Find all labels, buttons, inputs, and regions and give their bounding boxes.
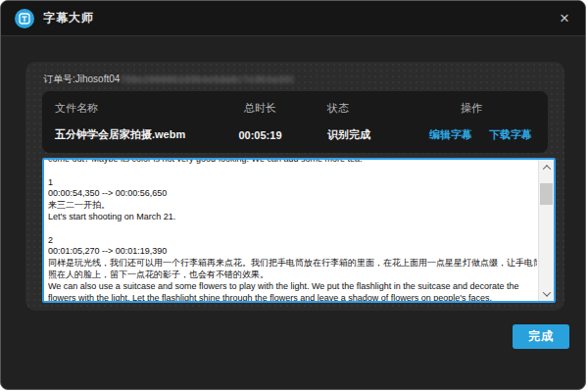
order-number-label: 订单号:Jihosoft04 bbox=[43, 73, 120, 86]
table-row: 五分钟学会居家拍摄.webm 00:05:19 识别完成 编辑字幕 下载字幕 bbox=[42, 116, 548, 142]
chevron-down-icon[interactable] bbox=[539, 286, 554, 301]
title-bar: 字幕大师 × bbox=[1, 1, 585, 36]
subtitle-editor[interactable]: come out? Maybe its color is not very go… bbox=[42, 158, 556, 303]
close-icon[interactable]: × bbox=[558, 10, 571, 26]
editor-scrollbar[interactable] bbox=[538, 160, 554, 301]
order-number-line: 订单号:Jihosoft04 f39e29988b2d3b4e5da8c7e3b… bbox=[43, 73, 293, 86]
subtitle-text[interactable]: come out? Maybe its color is not very go… bbox=[48, 158, 537, 303]
header-filename: 文件名称 bbox=[42, 101, 199, 116]
window-title: 字幕大师 bbox=[43, 10, 94, 26]
done-button[interactable]: 完成 bbox=[513, 324, 569, 349]
order-panel: 订单号:Jihosoft04 f39e29988b2d3b4e5da8c7e3b… bbox=[25, 62, 564, 311]
file-name: 五分钟学会居家拍摄.webm bbox=[42, 127, 199, 142]
table-header-row: 文件名称 总时长 状态 操作 bbox=[42, 91, 548, 116]
download-subtitle-link[interactable]: 下载字幕 bbox=[489, 127, 532, 142]
chevron-up-icon[interactable] bbox=[539, 160, 554, 174]
row-actions: 编辑字幕 下载字幕 bbox=[415, 127, 548, 142]
header-duration: 总时长 bbox=[199, 101, 321, 116]
header-status: 状态 bbox=[321, 101, 415, 116]
file-duration: 00:05:19 bbox=[199, 129, 321, 141]
app-window: 字幕大师 × 订单号:Jihosoft04 f39e29988b2d3b4e5d… bbox=[0, 0, 586, 390]
files-table: 文件名称 总时长 状态 操作 五分钟学会居家拍摄.webm 00:05:19 识… bbox=[42, 91, 548, 153]
edit-subtitle-link[interactable]: 编辑字幕 bbox=[429, 127, 472, 142]
header-actions: 操作 bbox=[415, 101, 548, 116]
status-badge: 识别完成 bbox=[321, 127, 415, 142]
order-id-redacted: f39e29988b2d3b4e5da8c7e3b3a3096c bbox=[122, 74, 293, 84]
scrollbar-thumb[interactable] bbox=[540, 183, 553, 205]
subtitle-t-icon bbox=[15, 9, 34, 28]
